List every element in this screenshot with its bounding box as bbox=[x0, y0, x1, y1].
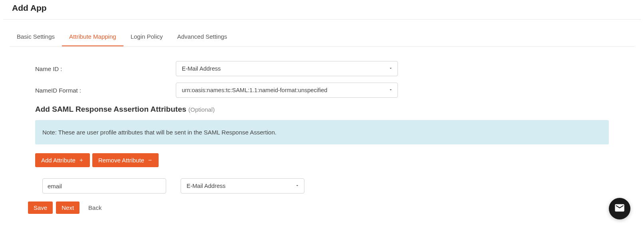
tab-basic-settings[interactable]: Basic Settings bbox=[10, 29, 62, 46]
next-button[interactable]: Next bbox=[56, 201, 80, 214]
content-panel: Name ID : E-Mail Address NameID Format :… bbox=[0, 47, 644, 222]
remove-attribute-button[interactable]: Remove Attribute bbox=[92, 153, 159, 167]
attribute-key-input[interactable] bbox=[42, 178, 166, 194]
section-title: Add SAML Response Assertion Attributes (… bbox=[35, 105, 609, 114]
label-name-id: Name ID : bbox=[35, 65, 176, 72]
section-optional: (Optional) bbox=[189, 106, 215, 113]
attribute-buttons: Add Attribute Remove Attribute bbox=[35, 153, 609, 167]
select-name-id-wrap: E-Mail Address bbox=[176, 61, 398, 76]
select-name-id[interactable]: E-Mail Address bbox=[176, 61, 398, 76]
chat-widget-button[interactable] bbox=[609, 198, 630, 219]
attribute-value-select[interactable]: E-Mail Address bbox=[181, 178, 304, 194]
tab-login-policy[interactable]: Login Policy bbox=[123, 29, 170, 46]
add-attribute-label: Add Attribute bbox=[41, 157, 76, 164]
minus-icon bbox=[147, 158, 153, 163]
page-title: Add App bbox=[0, 0, 644, 19]
select-nameid-format[interactable]: urn:oasis:names:tc:SAML:1.1:nameid-forma… bbox=[176, 83, 398, 98]
footer-buttons: Save Next Back bbox=[28, 201, 609, 214]
divider bbox=[3, 19, 641, 20]
section-title-text: Add SAML Response Assertion Attributes bbox=[35, 105, 186, 113]
attribute-row: E-Mail Address bbox=[42, 178, 609, 194]
row-nameid-format: NameID Format : urn:oasis:names:tc:SAML:… bbox=[35, 83, 609, 98]
info-note: Note: These are user profile attributes … bbox=[35, 120, 609, 144]
row-name-id: Name ID : E-Mail Address bbox=[35, 61, 609, 76]
back-button[interactable]: Back bbox=[83, 201, 107, 214]
tab-attribute-mapping[interactable]: Attribute Mapping bbox=[62, 29, 123, 46]
add-attribute-button[interactable]: Add Attribute bbox=[35, 153, 90, 167]
select-nameid-format-wrap: urn:oasis:names:tc:SAML:1.1:nameid-forma… bbox=[176, 83, 398, 98]
tab-advanced-settings[interactable]: Advanced Settings bbox=[170, 29, 235, 46]
label-nameid-format: NameID Format : bbox=[35, 87, 176, 94]
save-button[interactable]: Save bbox=[28, 201, 53, 214]
plus-icon bbox=[79, 158, 84, 163]
tabs: Basic Settings Attribute Mapping Login P… bbox=[10, 29, 634, 47]
remove-attribute-label: Remove Attribute bbox=[98, 157, 144, 164]
mail-icon bbox=[614, 202, 625, 215]
attribute-value-select-wrap: E-Mail Address bbox=[181, 178, 304, 194]
